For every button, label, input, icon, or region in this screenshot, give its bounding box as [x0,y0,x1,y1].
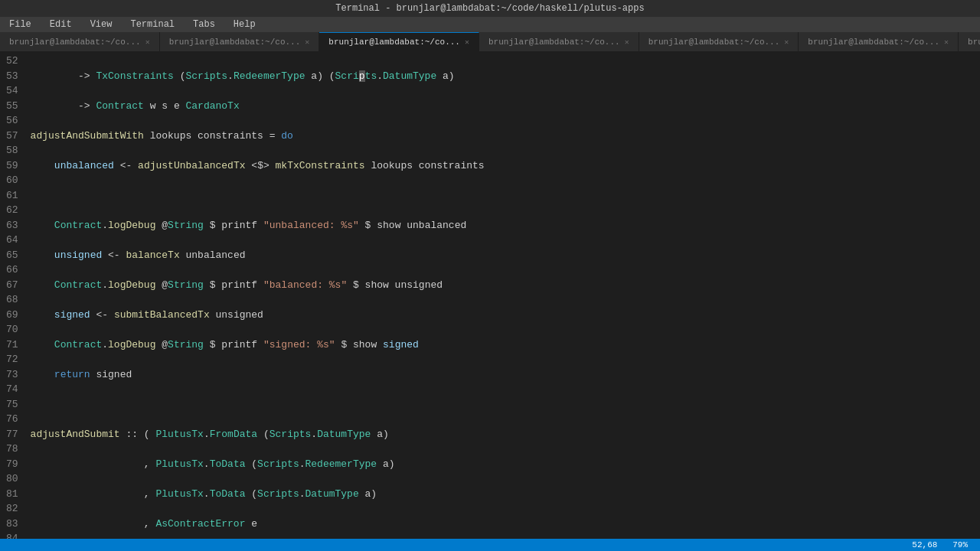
line-63 [31,397,980,412]
line-54: adjustAndSubmitWith lookups constraints … [31,129,980,144]
tab-7-label: brunjlar@lambdabat:~/co... [968,37,980,47]
status-bar: 52,68 79% [0,539,980,551]
line-66: , PlutusTx.ToData (Scripts.DatumType a) [31,487,980,502]
line-55: unbalanced <- adjustUnbalancedTx <$> mkT… [31,158,980,174]
tab-6[interactable]: brunjlar@lambdabat:~/co... ✕ [799,32,959,51]
tab-1-label: brunjlar@lambdabat:~/co... [9,37,141,47]
line-57: Contract.logDebug @String $ printf "unba… [31,218,980,233]
line-52: -> TxConstraints (Scripts.RedeemerType a… [31,69,980,84]
tab-6-close[interactable]: ✕ [944,37,949,47]
tab-4-label: brunjlar@lambdabat:~/co... [488,37,620,47]
tab-1[interactable]: brunjlar@lambdabat:~/co... ✕ [0,32,160,51]
zoom-level: 79% [952,540,968,549]
menu-edit[interactable]: Edit [47,18,75,31]
tab-3-close[interactable]: ✕ [465,37,469,47]
tab-6-label: brunjlar@lambdabat:~/co... [808,37,939,47]
menu-file[interactable]: File [6,18,34,31]
line-53: -> Contract w s e CardanoTx [31,99,980,114]
tab-5[interactable]: brunjlar@lambdabat:~/co... ✕ [639,32,799,51]
tab-4[interactable]: brunjlar@lambdabat:~/co... ✕ [479,32,639,51]
tab-2-label: brunjlar@lambdabat:~/co... [169,37,301,47]
code-area[interactable]: -> TxConstraints (Scripts.RedeemerType a… [24,52,980,539]
line-65: , PlutusTx.ToData (Scripts.RedeemerType … [31,457,980,472]
line-numbers: 52 53 54 55 56 57 58 59 60 61 62 63 64 6… [0,52,24,539]
title-bar: Terminal - brunjlar@lambdabat:~/code/has… [0,0,980,17]
tab-4-close[interactable]: ✕ [625,37,629,47]
line-60: signed <- submitBalancedTx unsigned [31,308,980,323]
menu-terminal[interactable]: Terminal [127,18,178,31]
editor-container: 52 53 54 55 56 57 58 59 60 61 62 63 64 6… [0,52,980,539]
tab-2-close[interactable]: ✕ [305,37,309,47]
tab-7[interactable]: brunjlar@lambdabat:~/co... ✕ [959,32,980,51]
tab-5-label: brunjlar@lambdabat:~/co... [648,37,780,47]
line-62: return signed [31,367,980,383]
tab-5-close[interactable]: ✕ [784,37,789,47]
tab-1-close[interactable]: ✕ [145,37,150,47]
line-61: Contract.logDebug @String $ printf "sign… [31,337,980,353]
line-58: unsigned <- balanceTx unbalanced [31,248,980,263]
line-59: Contract.logDebug @String $ printf "bala… [31,278,980,293]
menu-bar: File Edit View Terminal Tabs Help [0,17,980,32]
menu-help[interactable]: Help [230,18,259,31]
tab-3-label: brunjlar@lambdabat:~/co... [328,37,460,47]
line-67: , AsContractError e [31,517,980,532]
title-text: Terminal - brunjlar@lambdabat:~/code/has… [335,3,644,14]
tabs-bar: brunjlar@lambdabat:~/co... ✕ brunjlar@la… [0,32,980,52]
tab-3[interactable]: brunjlar@lambdabat:~/co... ✕ [319,32,479,51]
menu-tabs[interactable]: Tabs [190,18,218,31]
tab-2[interactable]: brunjlar@lambdabat:~/co... ✕ [160,32,320,51]
cursor-position: 52,68 [912,540,937,549]
line-56 [31,188,980,204]
menu-view[interactable]: View [87,18,116,31]
line-64: adjustAndSubmit :: ( PlutusTx.FromData (… [31,427,980,442]
